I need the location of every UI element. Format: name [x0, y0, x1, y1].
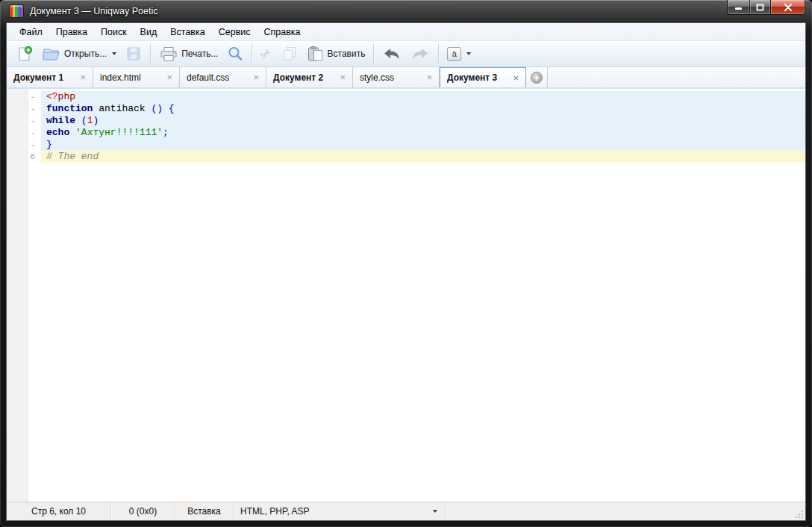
tab-close-icon[interactable]: ×: [252, 72, 260, 83]
chevron-down-icon: [112, 52, 116, 55]
new-document-icon: [16, 46, 33, 62]
paste-button-label: Вставить: [328, 49, 366, 59]
close-icon: [784, 4, 793, 11]
copy-button[interactable]: [278, 43, 302, 64]
new-tab-button[interactable]: +: [526, 67, 548, 87]
menu-item-0[interactable]: Файл: [13, 25, 49, 40]
new-document-button[interactable]: [13, 43, 37, 64]
client-area: ФайлПравкаПоискВидВставкаСервисСправка О…: [6, 22, 806, 521]
maximize-icon: [756, 4, 764, 11]
tab-4[interactable]: style.css×: [353, 67, 440, 87]
code-text: function antihack () {: [41, 103, 805, 115]
menu-item-1[interactable]: Правка: [49, 25, 94, 40]
status-char-code: 0 (0x0): [111, 502, 175, 520]
code-line-3: -while (1): [7, 115, 805, 127]
paste-clipboard-icon: [307, 46, 324, 62]
toolbar-separator: [252, 44, 252, 63]
copy-icon: [281, 46, 298, 62]
minimize-button[interactable]: [727, 0, 750, 15]
menu-item-6[interactable]: Справка: [257, 25, 307, 40]
maximize-button[interactable]: [750, 0, 771, 15]
menu-item-2[interactable]: Поиск: [94, 25, 134, 40]
line-marker: -: [7, 139, 41, 151]
toolbar: Открыть... Печать...: [7, 40, 805, 67]
plus-icon: +: [531, 72, 543, 84]
redo-icon: [410, 46, 430, 61]
status-cursor-position: Стр 6, кол 10: [7, 502, 111, 520]
line-marker: 6: [7, 151, 41, 163]
open-folder-icon: [42, 46, 60, 62]
menu-item-5[interactable]: Сервис: [212, 25, 257, 40]
save-button[interactable]: [122, 43, 146, 64]
tab-label: style.css: [360, 72, 394, 83]
open-button[interactable]: Открыть...: [38, 44, 120, 64]
redo-button[interactable]: [407, 44, 434, 63]
tab-label: Документ 1: [13, 72, 63, 83]
open-button-label: Открыть...: [64, 49, 107, 59]
undo-button[interactable]: [378, 44, 405, 63]
menu-item-4[interactable]: Вставка: [163, 25, 211, 40]
tab-strip: Документ 1×index.html×default.css×Докуме…: [7, 67, 526, 87]
tab-1[interactable]: index.html×: [93, 67, 180, 87]
code-line-4: -echo 'Ахтунг!!!!111';: [7, 127, 805, 139]
undo-icon: [382, 46, 402, 61]
tab-close-icon[interactable]: ×: [165, 72, 174, 83]
tab-close-icon[interactable]: ×: [338, 72, 347, 83]
line-marker: -: [7, 103, 41, 115]
search-button[interactable]: [223, 43, 247, 64]
code-line-2: -function antihack () {: [7, 103, 805, 115]
line-marker: -: [7, 91, 41, 103]
code-text: <?php: [41, 91, 805, 103]
charmap-key-icon: à: [447, 47, 461, 61]
code-text: echo 'Ахтунг!!!!111';: [41, 127, 805, 139]
charmap-button[interactable]: à: [443, 45, 475, 63]
syntax-label: HTML, PHP, ASP: [240, 506, 309, 517]
app-icon: [9, 4, 24, 18]
resize-grip[interactable]: [796, 511, 803, 518]
tab-label: Документ 3: [447, 72, 497, 83]
menu-item-3[interactable]: Вид: [134, 25, 164, 40]
minimize-icon: [734, 4, 743, 10]
line-marker: -: [7, 115, 41, 127]
save-icon: [125, 46, 142, 62]
status-syntax-select[interactable]: HTML, PHP, ASP: [234, 502, 446, 520]
close-button[interactable]: [771, 0, 805, 15]
print-button[interactable]: Печать...: [155, 44, 222, 64]
app-window: Документ 3 — Uniqway Poetic ФайлПравкаПо…: [0, 0, 812, 527]
tab-label: Документ 2: [273, 72, 323, 83]
print-button-label: Печать...: [181, 49, 218, 59]
title-bar: Документ 3 — Uniqway Poetic: [0, 0, 812, 22]
printer-icon: [159, 46, 178, 62]
window-controls: [727, 0, 805, 15]
tab-2[interactable]: default.css×: [180, 67, 266, 87]
status-filler: [446, 502, 805, 520]
tab-close-icon[interactable]: ×: [425, 72, 434, 83]
code-text: }: [41, 139, 805, 151]
code-line-6: 6# The end: [7, 151, 805, 163]
toolbar-separator: [373, 44, 374, 63]
toolbar-separator: [150, 44, 151, 63]
code-text: while (1): [41, 115, 805, 127]
chevron-down-icon: [433, 510, 437, 513]
status-insert-mode: Вставка: [175, 502, 234, 520]
menu-bar: ФайлПравкаПоискВидВставкаСервисСправка: [7, 23, 805, 40]
tab-5[interactable]: Документ 3×: [440, 67, 526, 87]
code-area[interactable]: -<?php-function antihack () {-while (1)-…: [7, 89, 805, 502]
tab-close-icon[interactable]: ×: [78, 72, 87, 83]
status-bar: Стр 6, кол 10 0 (0x0) Вставка HTML, PHP,…: [7, 502, 805, 520]
search-icon: [227, 46, 243, 62]
line-marker: -: [7, 127, 41, 139]
tab-3[interactable]: Документ 2×: [266, 67, 353, 87]
tab-label: default.css: [187, 72, 229, 83]
tab-label: index.html: [100, 72, 141, 83]
paste-button[interactable]: Вставить: [303, 43, 369, 64]
code-lines: -<?php-function antihack () {-while (1)-…: [7, 89, 805, 163]
chevron-down-icon: [466, 52, 471, 55]
cut-button[interactable]: ✂: [257, 45, 275, 63]
code-line-5: -}: [7, 139, 805, 151]
tab-bar: Документ 1×index.html×default.css×Докуме…: [7, 67, 805, 89]
tab-close-icon[interactable]: ×: [511, 72, 520, 84]
code-text: # The end: [41, 151, 805, 163]
tab-0[interactable]: Документ 1×: [7, 67, 93, 87]
window-title: Документ 3 — Uniqway Poetic: [30, 6, 157, 16]
